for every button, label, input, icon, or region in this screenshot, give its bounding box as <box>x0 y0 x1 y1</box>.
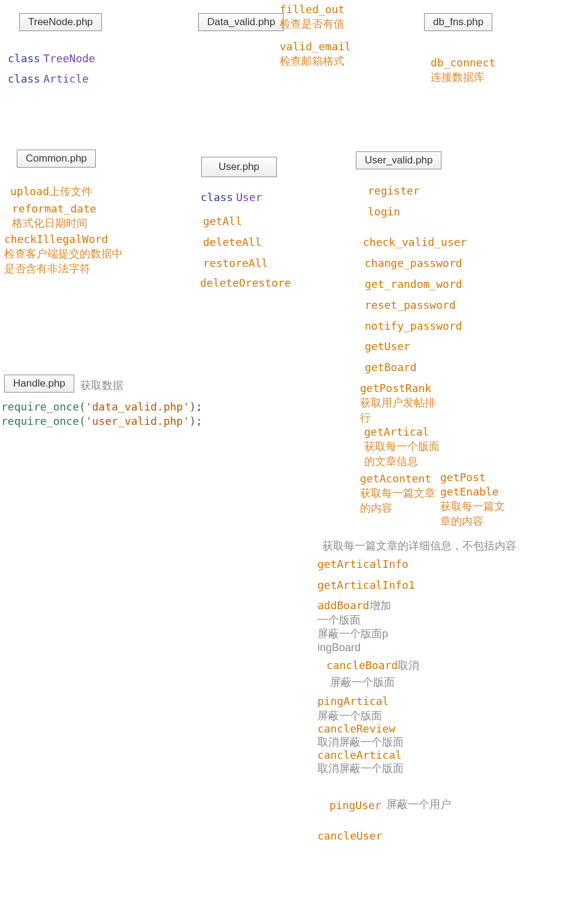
pingartical-desc: 屏蔽一个版面 <box>317 709 382 723</box>
fn-getacontent: getAcontent 获取每一篇文章的内容 <box>360 472 441 515</box>
fn-check-valid-user: check_valid_user <box>363 235 467 250</box>
fn-getpostrank: getPostRank 获取用户发帖排行 <box>360 381 438 425</box>
file-data-valid: Data_valid.php <box>198 13 284 31</box>
fn-cancleboard: cancleBoard取消 <box>326 658 419 673</box>
fn-filled-out: filled_out 检查是否有值 <box>280 2 344 32</box>
fn-getarticalinfo1: getArticalInfo1 <box>317 578 415 592</box>
handle-line2: require_once('user_valid.php'); <box>1 414 202 428</box>
fn-getboard: getBoard <box>365 360 417 375</box>
fn-canclereview: cancleReview <box>317 722 395 736</box>
file-common: Common.php <box>17 150 96 168</box>
fn-getuser: getUser <box>365 339 410 354</box>
fn-reset-password: reset_password <box>365 298 456 312</box>
addboard-desc2: 一个版面 <box>317 613 361 627</box>
classname-article: Article <box>43 72 89 85</box>
fn-db-connect: db_connect 连接数据库 <box>431 56 495 85</box>
file-treenode: TreeNode.php <box>19 13 102 31</box>
fn-reformat-date: reformat_date 格式化日期时间 <box>12 202 96 231</box>
fn-register: register <box>368 184 420 198</box>
fn-notify-password: notify_password <box>365 319 462 333</box>
fn-canclearticle: cancleArtical <box>317 748 402 762</box>
fn-valid-email: valid_email 检查邮箱格式 <box>280 39 351 69</box>
kw-class: class <box>8 72 40 85</box>
cancleartical-desc: 取消屏蔽一个版面 <box>317 761 407 776</box>
kw-class: class <box>8 52 40 65</box>
cancleboard-desc: 屏蔽一个版面 <box>330 675 395 689</box>
file-user: User.php <box>201 157 277 177</box>
canclereview-desc: 取消屏蔽一个版面 <box>317 735 407 749</box>
fn-checkillegalword: checkIllegalWord 检查客户端提交的数据中是否含有非法字符 <box>4 232 124 276</box>
fn-pingartical: pingArtical <box>317 694 389 709</box>
file-handle: Handle.php <box>4 375 74 393</box>
file-data-valid-label: Data_valid.php <box>207 16 275 28</box>
pingboard-pre: 屏蔽一个版面p <box>317 627 388 641</box>
pingboard-suf: ingBoard <box>317 640 361 655</box>
file-treenode-label: TreeNode.php <box>28 16 93 28</box>
fn-getarticalinfo: getArticalInfo <box>317 557 408 572</box>
class-article: class Article <box>8 72 89 86</box>
fn-getall: getAll <box>203 214 242 229</box>
fn-deleteorestore: deleteOrestore <box>200 276 291 290</box>
file-user-valid: User_valid.php <box>356 151 441 169</box>
classname-treenode: TreeNode <box>43 52 95 65</box>
handle-line1: require_once('data_valid.php'); <box>1 400 202 414</box>
file-db-fns: db_fns.php <box>424 13 492 31</box>
pinguser-desc: 屏蔽一个用户 <box>386 797 451 811</box>
fn-get-random-word: get_random_word <box>365 277 462 291</box>
fn-upload: upload上传文件 <box>10 184 92 199</box>
fn-getartical: getArtical 获取每一个版面的文章信息 <box>364 425 448 469</box>
fn-cancleuser: cancleUser <box>317 829 382 843</box>
fn-restoreall: restoreAll <box>203 256 268 270</box>
fn-addboard: addBoard增加 <box>317 598 391 613</box>
class-user: class User <box>201 190 262 205</box>
class-treenode: class TreeNode <box>8 51 95 66</box>
fn-deleteall: deleteAll <box>203 235 262 250</box>
note-articalinfo: 获取每一篇文章的详细信息，不包括内容 <box>322 539 516 553</box>
file-db-fns-label: db_fns.php <box>433 16 483 28</box>
fn-getenable: getEnable 获取每一篇文章的内容 <box>440 485 506 528</box>
fn-pinguser: pingUser <box>329 798 382 813</box>
fn-change-password: change_password <box>365 256 462 270</box>
handle-note: 获取数据 <box>80 378 123 393</box>
fn-login: login <box>368 205 400 219</box>
fn-getpost: getPost <box>440 470 486 485</box>
